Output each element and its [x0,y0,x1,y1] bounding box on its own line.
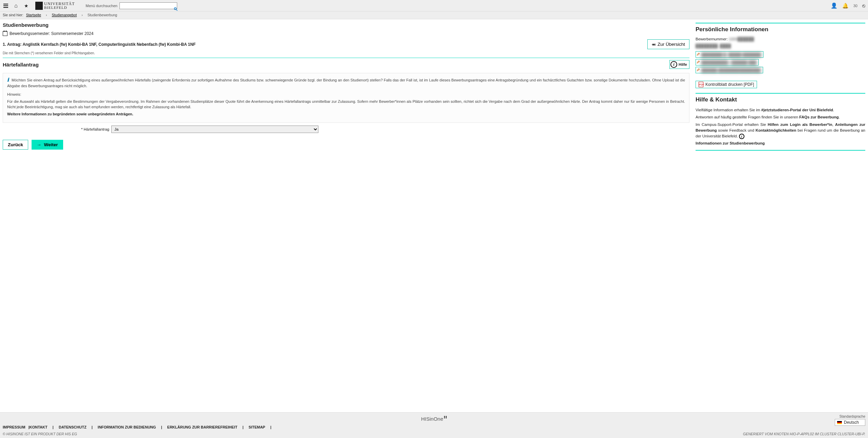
breadcrumb-label: Sie sind hier: [3,13,23,17]
link-jetztstudieren[interactable]: #jetztstudieren-Portal der Uni Bielefeld [761,108,833,112]
topbar-left: ⌂ ★ UNIVERSITÄT BIELEFELD Menü durchsuch… [3,0,177,12]
info-icon: i [670,61,677,68]
language-dropdown[interactable]: Deutsch [835,419,865,426]
user-icon[interactable]: 👤 [831,2,837,9]
calendar-icon [3,31,7,36]
info-icon-inline[interactable]: i [739,134,744,139]
notification-count[interactable]: 30 [853,4,857,8]
footer-link-bedienung[interactable]: INFORMATION ZUR BEDIENUNG [98,425,156,429]
footer-link-barrierefreiheit[interactable]: ERKLÄRUNG ZUR BARRIEREFREIHEIT [167,425,238,429]
star-icon[interactable]: ★ [23,0,29,12]
logout-icon[interactable]: ⎋ [862,3,865,8]
footer-link-sitemap[interactable]: SITEMAP [248,425,265,429]
menu-search: Menü durchsuchen [86,2,177,9]
sidebar: Persönliche Informationen Bewerbernummer… [696,21,865,405]
home-icon[interactable]: ⌂ [13,0,19,12]
topbar: ⌂ ★ UNIVERSITÄT BIELEFELD Menü durchsuch… [0,0,868,12]
language-selector: Standardsprache Deutsch [835,415,865,426]
menu-icon[interactable] [3,0,9,12]
bell-icon[interactable]: 🔔 [842,3,849,9]
topbar-right: 👤 🔔 30 ⎋ [831,2,865,9]
link-studienbewerbung-info[interactable]: Informationen zur Studienbewerbung [696,141,765,145]
chevron-left-double-icon: «« [652,42,655,47]
breadcrumb-link-offer[interactable]: Studienangebot [52,13,77,17]
pencil-icon: ✎ [696,60,700,65]
personal-info-title: Persönliche Informationen [696,26,865,33]
applicant-name: ████████, ████ [696,44,865,48]
link-login-help[interactable]: Hilfen zum Login als Bewerber*in [768,122,832,127]
help-section: Vielfältige Information erhalten Sie im … [696,107,865,147]
flag-de-icon [837,421,842,424]
next-button[interactable]: → Weiter [32,140,63,150]
help-button[interactable]: i Hilfe [669,60,689,69]
pencil-icon: ✎ [696,68,700,73]
hint-p3: Weitere Informationen zu begründeten sow… [7,112,133,116]
language-label: Standardsprache [835,415,865,418]
svg-line-1 [176,9,177,11]
print-pdf-label: Kontrollblatt drucken [PDF] [705,82,754,87]
overview-button-label: Zur Übersicht [658,42,685,47]
hardship-select[interactable]: Ja [111,126,318,133]
semester-line: Bewerbungssemester: Sommersemester 2024 [3,31,689,36]
footer-node-info: GENERIERT VOM KNOTEN HIO-P-APPL02 IM CLU… [743,432,865,436]
applicant-number: Bewerbernummer: 1000██████ [696,37,865,41]
link-faq[interactable]: FAQs zur Bewerbung [799,115,839,119]
breadcrumb: Sie sind hier: Startseite Studienangebot… [0,12,868,19]
hint-p2-label: Hinweis: [7,92,685,97]
edit-address-link[interactable]: ✎████████ █, █████ ███████ [696,51,763,58]
logo-mark [35,2,43,10]
pdf-icon: PDF [699,82,703,87]
logo[interactable]: UNIVERSITÄT BIELEFELD [35,2,75,10]
logo-text: UNIVERSITÄT BIELEFELD [44,2,75,9]
footer-brand: HISinOne [0,415,868,424]
footer-links: IMPRESSUM |KONTAKT DATENSCHUTZ INFORMATI… [0,424,868,431]
footer-link-kontakt[interactable]: KONTAKT [30,425,48,429]
hint-p2: Für die Auswahl als Härtefall gelten die… [7,99,685,110]
arrow-right-icon: → [37,142,41,147]
semester-text: Bewerbungssemester: Sommersemester 2024 [10,31,93,36]
hardship-field-row: * Härtefallantrag Ja [3,126,689,133]
overview-button[interactable]: «« Zur Übersicht [647,39,689,49]
page-title: Studienbewerbung [3,22,689,28]
search-label: Menü durchsuchen [86,4,117,8]
footer-link-impressum[interactable]: IMPRESSUM [3,425,25,429]
footer-link-datenschutz[interactable]: DATENSCHUTZ [59,425,87,429]
svg-point-0 [174,7,176,9]
footer: HISinOne Standardsprache Deutsch IMPRESS… [0,412,868,438]
back-button[interactable]: Zurück [3,140,28,150]
breadcrumb-link-home[interactable]: Startseite [26,13,41,17]
hint-p1: Möchten Sie einen Antrag auf Berücksicht… [7,78,685,88]
hint-box: ℹMöchten Sie einen Antrag auf Berücksich… [3,73,689,123]
mandatory-note: Die mit Sternchen (*) versehenen Felder … [3,51,689,55]
edit-email-link[interactable]: ✎██████████@██████.███ [696,59,759,65]
help-button-label: Hilfe [679,62,687,66]
pencil-icon: ✎ [696,52,700,57]
breadcrumb-current: Studienbewerbung [88,13,117,17]
section-title: Härtefallantrag [3,62,669,68]
search-icon[interactable] [174,7,178,11]
application-title: 1. Antrag: Anglistik Kernfach (fw) Kombi… [3,42,647,47]
edit-phone-link[interactable]: ✎██████ ████████████████ [696,67,763,73]
link-kontakt[interactable]: Kontaktmöglichkeiten [756,128,796,132]
hardship-field-label: * Härtefallantrag [3,127,111,131]
info-icon-small: ℹ [7,77,9,82]
print-pdf-link[interactable]: PDF Kontrollblatt drucken [PDF] [696,81,757,88]
footer-copyright: © HISINONE IST EIN PRODUKT DER HIS EG [3,432,77,436]
search-input[interactable] [119,2,177,9]
help-contact-title: Hilfe & Kontakt [696,96,865,103]
next-button-label: Weiter [44,142,58,147]
main-content: Studienbewerbung Bewerbungssemester: Som… [3,21,689,405]
